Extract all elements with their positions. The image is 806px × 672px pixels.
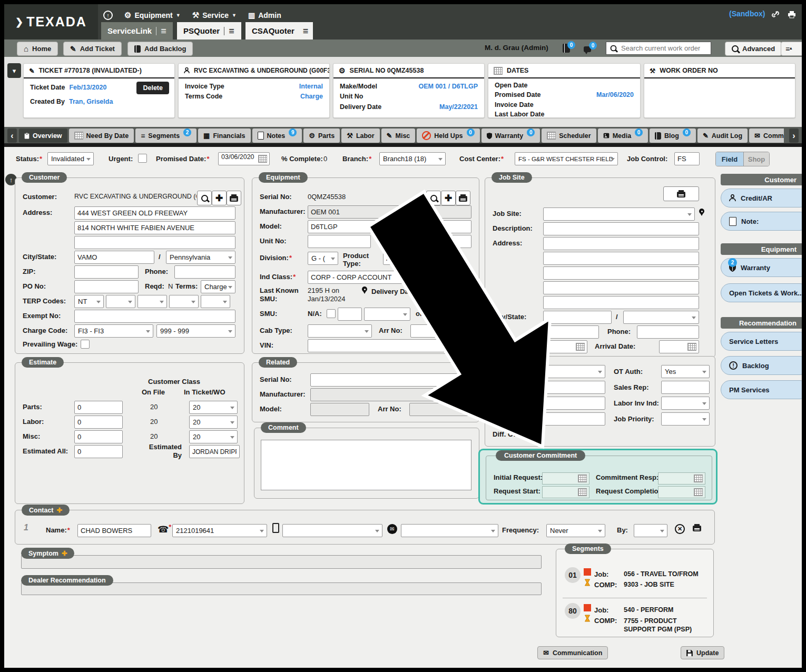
branch-select[interactable]: Branch18 (18) — [379, 152, 446, 165]
job-address-1-input[interactable] — [543, 237, 699, 250]
job-description-input[interactable] — [543, 222, 699, 235]
parts-input[interactable] — [74, 401, 123, 414]
po-no-input[interactable] — [74, 280, 139, 293]
print-icon[interactable] — [787, 11, 797, 18]
frequency-select[interactable]: Never — [546, 524, 605, 537]
user-name[interactable]: M. d. Grau (Admin) — [485, 44, 548, 52]
request-completion-input[interactable] — [658, 486, 705, 498]
toggle-shop[interactable]: Shop — [743, 152, 769, 166]
address-line2-input[interactable] — [74, 221, 235, 234]
estimated-by-input[interactable] — [189, 445, 240, 458]
cost-center-select[interactable]: FS - G&R WEST CHESTER FIELD — [515, 152, 618, 165]
tab-misc[interactable]: ✎ Misc — [381, 129, 416, 143]
add-contact-icon[interactable]: ✚ — [57, 507, 62, 514]
billing-input-3[interactable] — [543, 397, 605, 410]
related-serial-input[interactable] — [310, 373, 469, 387]
menu-icon[interactable]: ≡ — [303, 26, 309, 36]
city-input[interactable] — [74, 251, 154, 264]
customer-search-button[interactable] — [197, 191, 212, 205]
calendar-icon[interactable] — [578, 488, 587, 496]
job-address-3-input[interactable] — [543, 266, 699, 280]
vin-input[interactable] — [308, 339, 471, 352]
equipment-fax-button[interactable] — [456, 191, 470, 205]
equipment-add-button[interactable]: ✚ — [441, 191, 456, 205]
charge-code-select-1[interactable]: FI3 - FI3 — [74, 324, 153, 338]
comment-textarea[interactable] — [261, 440, 471, 490]
tab-scheduler[interactable]: Scheduler — [542, 129, 596, 143]
job-city-input[interactable] — [543, 311, 612, 324]
menu-icon[interactable]: ≡ — [161, 26, 166, 36]
vat-inv-input[interactable] — [543, 412, 605, 426]
tab-overview[interactable]: Overview — [19, 129, 67, 143]
arrival-date-input[interactable] — [659, 340, 699, 353]
job-site-fax-button[interactable] — [663, 186, 699, 201]
exempt-no-input[interactable] — [74, 310, 235, 323]
address-line1-input[interactable] — [74, 206, 235, 220]
ticket-date-value[interactable]: Feb/13/2020 — [69, 83, 106, 92]
toggle-field[interactable]: Field — [716, 152, 743, 166]
menu-icon[interactable]: ≡ — [229, 26, 234, 36]
terp-select-5[interactable] — [201, 295, 230, 308]
ind-class-input[interactable] — [308, 271, 417, 284]
tab-financials[interactable]: ▦ Financials — [198, 129, 250, 143]
estimated-all-input[interactable] — [74, 445, 123, 458]
job-zip-input[interactable] — [543, 325, 599, 339]
labor-input[interactable] — [74, 416, 123, 429]
contact-name-input[interactable] — [77, 524, 151, 537]
status-select[interactable]: Invalidated — [47, 152, 94, 165]
location-pin-icon[interactable] — [699, 209, 704, 214]
terp-select-1[interactable]: NT — [74, 295, 104, 308]
search-input[interactable] — [620, 44, 701, 53]
add-symptom-icon[interactable]: ✚ — [62, 550, 67, 557]
misc-class-select[interactable]: 20 — [189, 430, 238, 443]
request-start-input[interactable] — [542, 486, 589, 498]
terms-select[interactable]: Charge — [201, 280, 235, 293]
sidebar-item-warranty[interactable]: 2 Warranty — [721, 258, 806, 277]
link-icon[interactable] — [771, 11, 780, 18]
parts-class-select[interactable]: 20 — [189, 401, 238, 414]
add-backlog-button[interactable]: Add Backlog — [127, 42, 193, 56]
product-type-input[interactable] — [383, 252, 431, 265]
nav-admin[interactable]: ▥ Admin — [248, 11, 281, 19]
misc-input[interactable] — [74, 430, 123, 443]
terms-code-value[interactable]: Charge — [300, 92, 323, 101]
job-address-4-input[interactable] — [543, 281, 699, 294]
tab-warranty[interactable]: Warranty 0 — [481, 129, 540, 143]
smu-input[interactable] — [338, 308, 362, 321]
tab-labor[interactable]: ⚒ Labor — [341, 129, 379, 143]
equip-arr-no-input[interactable] — [410, 324, 469, 338]
apptab-servicelink[interactable]: ServiceLink ≡ — [101, 22, 173, 39]
nav-service[interactable]: ⚒ Service ▼ — [192, 11, 237, 20]
home-button[interactable]: ⌂ Home — [17, 42, 58, 56]
created-by-value[interactable]: Tran, Griselda — [69, 97, 113, 106]
sidebar-item-note[interactable]: Note: — [721, 212, 806, 231]
sidebar-item-backlog[interactable]: ! Backlog — [721, 356, 806, 375]
stock-no-input[interactable] — [403, 235, 471, 248]
calendar-icon[interactable] — [694, 475, 703, 482]
job-address-5-input[interactable] — [543, 296, 699, 309]
commitment-resp-input[interactable] — [658, 472, 705, 485]
backlog-count-icon[interactable]: 0 — [563, 44, 570, 55]
tab-notes[interactable]: Notes 9 — [252, 129, 302, 143]
prevailing-wage-checkbox[interactable] — [81, 340, 90, 349]
customer-add-button[interactable]: ✚ — [212, 191, 227, 205]
equipment-search-button[interactable] — [426, 191, 441, 205]
job-date-input[interactable] — [543, 340, 587, 353]
tab-media[interactable]: Media 0 — [598, 129, 648, 143]
sidebar-item-service-letters[interactable]: Service Letters — [721, 332, 806, 351]
zip-input[interactable] — [74, 265, 139, 279]
initial-request-input[interactable] — [542, 472, 589, 485]
delete-button[interactable]: Delete — [136, 82, 169, 94]
division-select[interactable]: G - ( — [308, 252, 338, 265]
tab-blog[interactable]: Blog 0 — [650, 129, 696, 143]
billing-select-1[interactable] — [543, 365, 605, 378]
model-input[interactable] — [308, 220, 471, 233]
collapse-header-button[interactable]: ▾ — [7, 63, 21, 78]
promised-date-input[interactable]: 03/06/2020 — [218, 152, 270, 165]
customer-fax-button[interactable] — [227, 191, 241, 205]
calendar-icon[interactable] — [694, 488, 703, 496]
apptab-csaquoter[interactable]: CSAQuoter ≡ — [245, 22, 313, 39]
cab-type-select[interactable] — [308, 324, 372, 338]
tab-held-ups[interactable]: Held Ups 0 — [417, 129, 479, 143]
home-circle-icon[interactable]: ↑ — [103, 11, 113, 20]
